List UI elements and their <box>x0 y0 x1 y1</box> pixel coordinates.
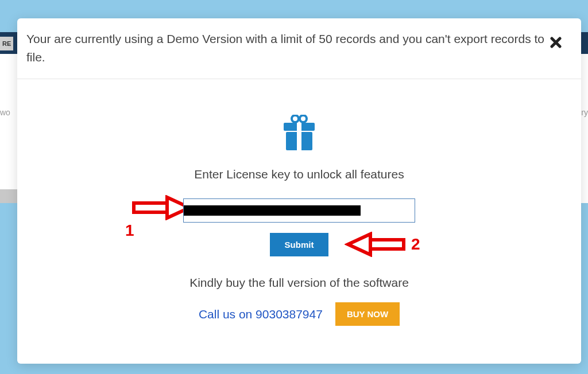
call-us-link[interactable]: Call us on 9030387947 <box>199 307 323 321</box>
svg-rect-4 <box>297 123 301 150</box>
modal-body: Enter License key to unlock all features… <box>17 79 581 326</box>
svg-point-1 <box>300 115 307 122</box>
close-icon[interactable] <box>546 33 566 53</box>
annotation-label-2: 2 <box>411 235 420 254</box>
license-key-input[interactable] <box>183 198 415 223</box>
background-right-fragment: ry <box>581 108 588 117</box>
modal-header-text: Your are currently using a Demo Version … <box>26 30 546 66</box>
svg-rect-6 <box>370 240 404 249</box>
gift-icon <box>17 115 581 154</box>
svg-point-0 <box>292 115 299 122</box>
license-input-row: 1 <box>17 198 581 223</box>
background-gray-band <box>0 189 17 203</box>
buy-full-version-text: Kindly buy the full version of the softw… <box>17 276 581 290</box>
modal-header: Your are currently using a Demo Version … <box>17 18 581 79</box>
annotation-arrow-2 <box>345 232 405 259</box>
submit-button[interactable]: Submit <box>270 233 329 256</box>
license-modal: Your are currently using a Demo Version … <box>17 18 581 364</box>
buy-now-button[interactable]: BUY NOW <box>335 302 400 326</box>
submit-row: Submit 2 <box>17 233 581 256</box>
background-top-bar <box>0 0 588 16</box>
bottom-row: Call us on 9030387947 BUY NOW <box>17 302 581 326</box>
svg-rect-5 <box>134 203 167 212</box>
license-prompt: Enter License key to unlock all features <box>17 167 581 181</box>
background-left-fragment: wo <box>0 108 10 117</box>
background-re-fragment: RE <box>0 37 13 50</box>
